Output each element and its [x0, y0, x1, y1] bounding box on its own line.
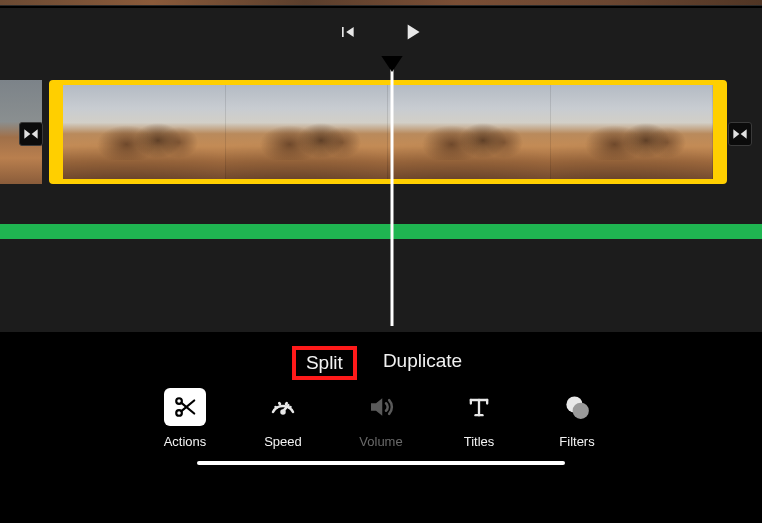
playhead-line[interactable]	[391, 68, 394, 326]
svg-line-8	[286, 403, 287, 404]
text-icon	[465, 393, 493, 421]
preview-strip	[0, 0, 762, 6]
menu-item-split[interactable]: Split	[292, 346, 357, 380]
clip-frame	[551, 85, 714, 179]
playhead-marker-icon[interactable]	[380, 56, 404, 72]
clip-frame	[226, 85, 389, 179]
timeline[interactable]	[0, 56, 762, 332]
gauge-icon	[268, 392, 298, 422]
speaker-icon	[366, 392, 396, 422]
selected-video-clip[interactable]	[49, 80, 727, 184]
svg-line-6	[276, 407, 277, 408]
tool-titles[interactable]: Titles	[448, 388, 510, 449]
playback-controls	[0, 8, 762, 56]
svg-point-16	[573, 403, 589, 419]
tool-volume: Volume	[350, 388, 412, 449]
skip-back-icon[interactable]	[337, 22, 357, 42]
tool-label: Titles	[464, 434, 495, 449]
edit-context-menu: Split Duplicate	[0, 346, 762, 380]
tool-label: Speed	[264, 434, 302, 449]
clip-right-handle[interactable]	[713, 85, 722, 179]
tool-actions[interactable]: Actions	[154, 388, 216, 449]
tool-label: Actions	[164, 434, 207, 449]
transition-handle-left-icon[interactable]	[19, 122, 43, 146]
svg-line-9	[289, 407, 290, 408]
clip-frame	[388, 85, 551, 179]
tool-label: Filters	[559, 434, 594, 449]
clip-frames	[63, 85, 713, 179]
svg-point-5	[282, 411, 285, 414]
play-icon[interactable]	[399, 19, 425, 45]
svg-line-7	[279, 403, 280, 404]
tool-label: Volume	[359, 434, 402, 449]
scissors-icon	[172, 394, 198, 420]
tool-speed[interactable]: Speed	[252, 388, 314, 449]
bottom-toolbar-area: Split Duplicate Actions Speed	[0, 332, 762, 523]
transition-handle-right-icon[interactable]	[728, 122, 752, 146]
circles-icon	[562, 392, 592, 422]
clip-frame	[63, 85, 226, 179]
audio-track[interactable]	[0, 224, 762, 239]
clip-left-handle[interactable]	[54, 85, 63, 179]
menu-item-duplicate[interactable]: Duplicate	[375, 346, 470, 380]
imovie-editor: Split Duplicate Actions Speed	[0, 0, 762, 523]
edit-toolbar: Actions Speed Volume	[0, 388, 762, 449]
timeline-scrubber[interactable]	[197, 461, 565, 465]
tool-filters[interactable]: Filters	[546, 388, 608, 449]
